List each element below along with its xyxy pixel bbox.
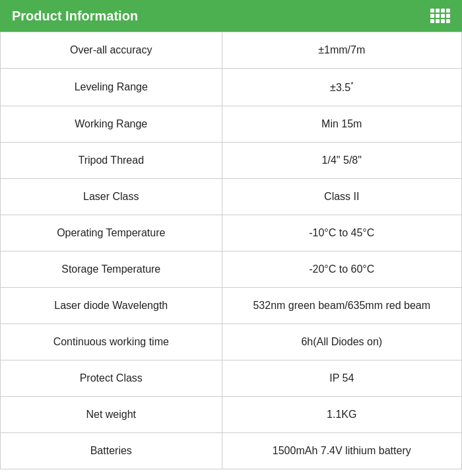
table-row: Tripod Thread1/4" 5/8" xyxy=(1,143,462,179)
row-label: Operating Temperature xyxy=(1,215,222,252)
table-row: Working RangeMin 15m xyxy=(1,106,462,143)
product-table: Over-all accuracy±1mm/7mLeveling Range±3… xyxy=(0,32,462,469)
row-label: Working Range xyxy=(1,106,222,143)
row-label: Continuous working time xyxy=(1,324,222,360)
row-label: Laser Class xyxy=(1,179,222,215)
row-label: Storage Temperature xyxy=(1,252,222,288)
table-row: Over-all accuracy±1mm/7m xyxy=(1,32,462,69)
row-value: ±1mm/7m xyxy=(222,32,461,69)
row-label: Leveling Range xyxy=(1,69,222,106)
row-value: ±3.5* xyxy=(222,69,461,106)
table-row: Storage Temperature-20°C to 60°C xyxy=(1,252,462,288)
row-value: IP 54 xyxy=(222,360,461,397)
grid-icon xyxy=(430,9,450,23)
table-row: Net weight1.1KG xyxy=(1,397,462,433)
table-row: Laser diode Wavelength532nm green beam/6… xyxy=(1,288,462,324)
table-row: Laser ClassClass II xyxy=(1,179,462,215)
row-label: Batteries xyxy=(1,433,222,469)
row-label: Net weight xyxy=(1,397,222,433)
row-value: -10°C to 45°C xyxy=(222,215,461,252)
table-row: Leveling Range±3.5* xyxy=(1,69,462,106)
table-row: Batteries1500mAh 7.4V lithium battery xyxy=(1,433,462,469)
product-info-container: Product Information Over-all accuracy±1m… xyxy=(0,0,462,469)
row-label: Tripod Thread xyxy=(1,143,222,179)
row-value: 1.1KG xyxy=(222,397,461,433)
row-value: 6h(All Diodes on) xyxy=(222,324,461,360)
row-value: -20°C to 60°C xyxy=(222,252,461,288)
row-value: Min 15m xyxy=(222,106,461,143)
table-row: Continuous working time6h(All Diodes on) xyxy=(1,324,462,360)
row-value: 532nm green beam/635mm red beam xyxy=(222,288,461,324)
row-label: Protect Class xyxy=(1,360,222,397)
row-label: Over-all accuracy xyxy=(1,32,222,69)
table-row: Operating Temperature-10°C to 45°C xyxy=(1,215,462,252)
header: Product Information xyxy=(0,0,462,32)
row-label: Laser diode Wavelength xyxy=(1,288,222,324)
row-value: 1500mAh 7.4V lithium battery xyxy=(222,433,461,469)
table-row: Protect ClassIP 54 xyxy=(1,360,462,397)
row-value: Class II xyxy=(222,179,461,215)
row-value: 1/4" 5/8" xyxy=(222,143,461,179)
header-title: Product Information xyxy=(12,9,138,24)
